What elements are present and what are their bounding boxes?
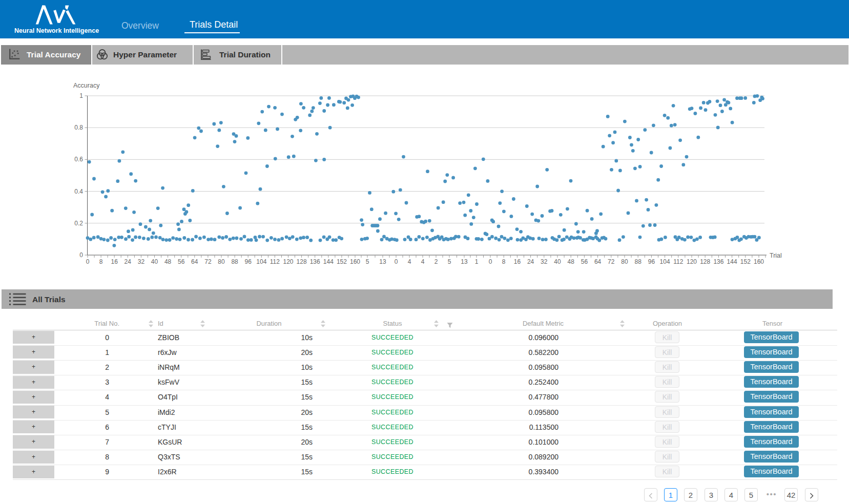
svg-text:2: 2 bbox=[434, 258, 438, 265]
svg-text:48: 48 bbox=[164, 258, 172, 265]
svg-text:104: 104 bbox=[256, 258, 266, 265]
svg-text:72: 72 bbox=[204, 258, 212, 265]
svg-text:0.4: 0.4 bbox=[74, 188, 83, 195]
svg-text:24: 24 bbox=[527, 258, 534, 265]
svg-text:4: 4 bbox=[408, 258, 411, 265]
svg-text:112: 112 bbox=[270, 258, 280, 265]
svg-text:144: 144 bbox=[727, 258, 737, 265]
svg-text:5: 5 bbox=[448, 258, 451, 265]
svg-text:128: 128 bbox=[700, 258, 710, 265]
svg-text:0.6: 0.6 bbox=[74, 156, 83, 163]
svg-text:0.2: 0.2 bbox=[74, 220, 83, 227]
svg-text:136: 136 bbox=[310, 258, 320, 265]
svg-text:16: 16 bbox=[111, 258, 118, 265]
svg-text:Trial: Trial bbox=[770, 252, 782, 259]
svg-text:128: 128 bbox=[297, 258, 307, 265]
svg-text:1: 1 bbox=[79, 92, 83, 99]
svg-text:96: 96 bbox=[245, 258, 252, 265]
svg-text:160: 160 bbox=[350, 258, 360, 265]
svg-text:112: 112 bbox=[673, 258, 683, 265]
svg-text:160: 160 bbox=[754, 258, 764, 265]
svg-text:40: 40 bbox=[151, 258, 158, 265]
svg-text:144: 144 bbox=[323, 258, 334, 265]
svg-text:24: 24 bbox=[125, 258, 132, 265]
svg-text:16: 16 bbox=[514, 258, 521, 265]
svg-text:40: 40 bbox=[554, 258, 561, 265]
svg-text:64: 64 bbox=[594, 258, 602, 265]
svg-text:8: 8 bbox=[502, 258, 506, 265]
svg-text:32: 32 bbox=[541, 258, 548, 265]
svg-text:0: 0 bbox=[489, 258, 492, 265]
svg-text:152: 152 bbox=[337, 258, 347, 265]
svg-text:1: 1 bbox=[475, 258, 479, 265]
svg-text:88: 88 bbox=[635, 258, 642, 265]
svg-text:0.8: 0.8 bbox=[74, 124, 83, 131]
svg-text:48: 48 bbox=[568, 258, 575, 265]
svg-text:5: 5 bbox=[366, 258, 369, 265]
svg-text:Accuracy: Accuracy bbox=[73, 82, 100, 89]
svg-text:136: 136 bbox=[713, 258, 723, 265]
svg-text:96: 96 bbox=[648, 258, 655, 265]
svg-text:104: 104 bbox=[660, 258, 670, 265]
svg-text:4: 4 bbox=[421, 258, 425, 265]
svg-text:32: 32 bbox=[138, 258, 145, 265]
svg-text:0: 0 bbox=[79, 251, 83, 259]
svg-text:13: 13 bbox=[379, 258, 386, 265]
svg-text:120: 120 bbox=[687, 258, 697, 265]
svg-text:0: 0 bbox=[395, 258, 398, 265]
svg-text:56: 56 bbox=[178, 258, 185, 265]
svg-text:80: 80 bbox=[218, 258, 225, 265]
svg-text:13: 13 bbox=[461, 258, 468, 265]
svg-text:8: 8 bbox=[99, 258, 103, 265]
svg-text:72: 72 bbox=[608, 258, 615, 265]
svg-text:80: 80 bbox=[621, 258, 628, 265]
svg-text:64: 64 bbox=[191, 258, 198, 265]
svg-text:56: 56 bbox=[581, 258, 588, 265]
svg-text:152: 152 bbox=[740, 258, 751, 265]
svg-text:120: 120 bbox=[283, 258, 293, 265]
svg-text:0: 0 bbox=[86, 258, 90, 265]
svg-text:88: 88 bbox=[231, 258, 238, 265]
